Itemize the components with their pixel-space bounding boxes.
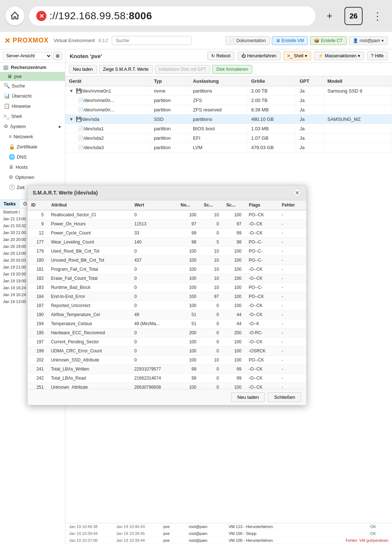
bulk-actions-button[interactable]: ⚡ Massenaktionen ▾ [314, 52, 364, 60]
create-ct-button[interactable]: 📦 Erstelle CT [310, 36, 346, 45]
network-icon: ≡ [9, 134, 12, 139]
shutdown-button[interactable]: ⏻ Herunterfahren [237, 52, 281, 60]
sidebar-item-certificates[interactable]: 🔒 Zertifikate [0, 142, 65, 151]
user-button[interactable]: 👤 root@pam ▾ [349, 36, 388, 45]
table-row[interactable]: 187 Reported_Uncorrect 0 100 0 100 -O--C… [28, 301, 306, 310]
sidebar-item-shell[interactable]: >_ Shell [0, 111, 65, 121]
sidebar-item-pve[interactable]: 🖥 pve [0, 72, 65, 81]
col-val[interactable]: Wert [131, 200, 177, 210]
tab-count-badge[interactable]: 26 [344, 7, 363, 25]
sidebar-item-system[interactable]: ⚙ System ▸ [0, 122, 65, 131]
col-sc2[interactable]: Sc... [222, 200, 245, 210]
table-row[interactable]: 📄/dev/nvme0n... partition ZFS 2.00 TB Ja [65, 96, 392, 105]
sidebar-item-search[interactable]: 🔍 Suche [0, 81, 65, 90]
device-cell: ▼ 💾/dev/sda [65, 115, 150, 124]
col-fehler[interactable]: Fehler [278, 200, 306, 210]
table-row[interactable]: 197 Current_Pending_Sector 0 100 0 100 -… [28, 338, 306, 347]
disk-icon: 💾 [76, 88, 82, 94]
device-cell: 📄/dev/sda1 [65, 124, 150, 134]
help-button[interactable]: ? Hilfe [367, 52, 388, 60]
col-no[interactable]: No... [177, 200, 200, 210]
shell-button[interactable]: >_ Shell ▾ [283, 52, 311, 60]
col-attr[interactable]: Attribut [47, 200, 131, 210]
table-row[interactable]: 194 Temperature_Celsius 49 (Min/Ma... 51… [28, 319, 306, 328]
sidebar-gear-button[interactable]: ⚙ [53, 52, 62, 60]
table-row[interactable]: 📄/dev/nvme0n... partition ZFS reserved 8… [65, 105, 392, 115]
smart-table-container[interactable]: ID Attribut Wert No... Sc... Sc... Flags… [28, 200, 306, 389]
system-icon: ⚙ [4, 123, 8, 129]
table-row[interactable]: 12 Power_Cycle_Count 33 99 0 99 -O--CK - [28, 229, 306, 238]
table-row[interactable]: 📄/dev/sda2 partition EFI 1.07 GB Ja [65, 134, 392, 143]
pve-logo: ✕ PROXMOX [4, 36, 49, 45]
table-row[interactable]: 241 Total_LBAs_Written 22931079577 99 0 … [28, 365, 306, 374]
table-row[interactable]: 182 Erase_Fail_Count_Total 0 100 10 100 … [28, 274, 306, 283]
sidebar-item-dns[interactable]: 🌐 DNS [0, 152, 65, 161]
col-type[interactable]: Typ [150, 76, 189, 86]
sidebar-item-datacenter[interactable]: 🏢 Rechenzentrum [0, 63, 65, 72]
server-view-bar: Server-Ansicht ⚙ [0, 49, 65, 63]
table-row[interactable]: ▼ 💾/dev/sda SSD partitions 480.10 GB Ja … [65, 115, 392, 124]
url-bar[interactable]: ✕ ://192.168.99.58:8006 [29, 6, 316, 26]
table-row[interactable]: 📄/dev/sda3 partition LVM 479.03 GB Ja [65, 143, 392, 152]
table-row[interactable]: 📄/dev/sda1 partition BIOS boot 1.03 MB J… [65, 124, 392, 134]
col-id[interactable]: ID [28, 200, 47, 210]
smart-close-button[interactable]: Schließen [268, 392, 301, 402]
sidebar-item-notes[interactable]: 📋 Hinweise [0, 101, 65, 111]
table-row[interactable]: 179 Used_Rsvd_Blk_Cnt_Tot 0 100 10 100 P… [28, 247, 306, 256]
node-header: Knoten 'pve' ↻ Reboot ⏻ Herunterfahren >… [65, 49, 392, 63]
smart-reload-button[interactable]: Neu laden [231, 392, 265, 402]
table-row[interactable]: 251 Unknown_Attribute 26630796608 100 0 … [28, 383, 306, 389]
sidebar-item-overview[interactable]: 📊 Übersicht [0, 91, 65, 101]
col-model[interactable]: Modell [323, 76, 392, 86]
table-row[interactable]: 181 Program_Fail_Cnt_Total 0 100 10 100 … [28, 265, 306, 274]
table-row[interactable]: 9 Power_On_Hours 11513 97 0 97 -O--CK - [28, 220, 306, 229]
format-disk-button[interactable]: Disk formatieren [212, 65, 252, 74]
table-row[interactable]: 242 Total_LBAs_Read 21662314674 99 0 99 … [28, 374, 306, 383]
col-size[interactable]: Größe [247, 76, 295, 86]
reload-button[interactable]: Neu laden [69, 65, 97, 74]
device-cell: 📄/dev/nvme0n... [65, 96, 150, 105]
col-gpt[interactable]: GPT [296, 76, 324, 86]
table-row[interactable]: 190 Airflow_Temperature_Cel 49 51 0 44 -… [28, 310, 306, 319]
sidebar-item-options[interactable]: ⚙ Optionen [0, 172, 65, 182]
init-gpt-button[interactable]: Initialisiere Disk mit GPT [155, 65, 211, 74]
table-row[interactable]: 177 Wear_Leveling_Count 140 98 5 98 PO--… [28, 238, 306, 247]
table-row[interactable]: ▼ 💾/dev/nvme0n1 nvme partitions 2.00 TB … [65, 86, 392, 96]
home-button[interactable] [5, 7, 24, 25]
tasks-tab[interactable]: Tasks [0, 200, 20, 208]
table-row[interactable]: 199 UDMA_CRC_Error_Count 0 100 0 100 -OS… [28, 347, 306, 356]
time-icon: 🕐 [9, 184, 15, 190]
sidebar-item-hosts[interactable]: 🖥 Hosts [0, 162, 65, 172]
pve-search-input[interactable] [112, 36, 192, 45]
create-vm-button[interactable]: 🖥 Erstelle VM [272, 36, 308, 45]
table-row[interactable]: 180 Unused_Rsvd_Blk_Cnt_Tot 437 100 10 1… [28, 256, 306, 265]
add-tab-button[interactable]: + [320, 7, 339, 25]
reboot-button[interactable]: ↻ Reboot [207, 52, 234, 60]
col-usage[interactable]: Auslastung [189, 76, 247, 86]
browser-bar: ✕ ://192.168.99.58:8006 + 26 ⋮ [0, 0, 392, 32]
sidebar-item-network[interactable]: ≡ Netzwerk [0, 132, 65, 141]
table-row[interactable]: 202 Unknown_SSD_Attribute 0 100 10 100 P… [28, 356, 306, 365]
expand-icon: ▼ [69, 88, 74, 94]
col-device[interactable]: Gerät [65, 76, 150, 86]
bottom-log: Jan 19 10:46:38 Jan 19 10:46:43 pve root… [65, 523, 392, 544]
partition-icon: 📄 [78, 135, 83, 141]
table-row[interactable]: 183 Runtime_Bad_Block 0 100 10 100 PO--C… [28, 283, 306, 292]
modal-close-button[interactable]: ✕ [293, 188, 301, 197]
expand-icon: ▼ [69, 116, 74, 122]
col-flags[interactable]: Flags [245, 200, 278, 210]
dns-icon: 🌐 [9, 154, 15, 160]
chevron-down-icon: ▾ [381, 38, 384, 43]
table-row[interactable]: 5 Reallocated_Sector_Ct 0 100 10 100 PO-… [28, 210, 306, 220]
smart-values-button[interactable]: Zeige S.M.A.R.T. Werte [99, 65, 153, 74]
browser-menu-button[interactable]: ⋮ [368, 7, 387, 25]
device-cell: 📄/dev/sda2 [65, 134, 150, 143]
table-row[interactable]: 184 End-to-End_Error 0 100 97 100 PO--CK… [28, 292, 306, 301]
table-row[interactable]: 195 Hardware_ECC_Recovered 0 200 0 200 -… [28, 328, 306, 338]
docs-button[interactable]: 📄 Dokumentation [225, 36, 270, 45]
ct-icon: 📦 [314, 38, 319, 43]
server-view-select[interactable]: Server-Ansicht [3, 52, 52, 60]
options-icon: ⚙ [9, 174, 13, 180]
col-sc1[interactable]: Sc... [200, 200, 222, 210]
url-close-button[interactable]: ✕ [36, 11, 46, 21]
